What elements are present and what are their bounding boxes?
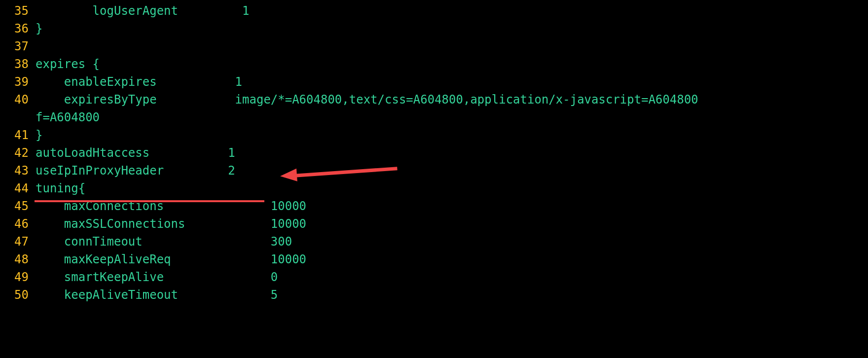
- code-line[interactable]: 47 connTimeout 300: [7, 233, 868, 251]
- code-text: maxConnections 10000: [29, 197, 306, 215]
- line-number: 46: [7, 215, 29, 233]
- code-text: logUserAgent 1: [29, 2, 249, 20]
- code-text: }: [29, 20, 42, 37]
- code-text: f=A604800: [29, 108, 100, 126]
- line-number: 38: [7, 55, 29, 73]
- code-text: expires {: [29, 55, 100, 73]
- code-line[interactable]: 35 logUserAgent 1: [7, 2, 868, 20]
- line-number: 49: [7, 268, 29, 286]
- code-line[interactable]: 45 maxConnections 10000: [7, 197, 868, 215]
- code-text: keepAliveTimeout 5: [29, 286, 278, 304]
- line-number: 42: [7, 144, 29, 162]
- code-line[interactable]: 41}: [7, 126, 868, 144]
- line-number: 35: [7, 2, 29, 20]
- line-number: 50: [7, 286, 29, 304]
- code-line[interactable]: 39 enableExpires 1: [7, 73, 868, 91]
- line-number: 39: [7, 73, 29, 91]
- code-text: maxSSLConnections 10000: [29, 215, 306, 233]
- line-number: 45: [7, 197, 29, 215]
- line-number: 44: [7, 179, 29, 197]
- code-text: connTimeout 300: [29, 233, 292, 251]
- code-text: smartKeepAlive 0: [29, 268, 278, 286]
- code-line[interactable]: 44tuning{: [7, 179, 868, 197]
- code-text: }: [29, 126, 42, 144]
- code-line[interactable]: 43useIpInProxyHeader 2: [7, 162, 868, 179]
- code-line[interactable]: 38expires {: [7, 55, 868, 73]
- code-line[interactable]: 50 keepAliveTimeout 5: [7, 286, 868, 304]
- line-number: 37: [7, 37, 29, 55]
- code-line[interactable]: 37: [7, 37, 868, 55]
- line-number: 48: [7, 251, 29, 268]
- code-text: useIpInProxyHeader 2: [29, 162, 235, 179]
- line-number: 43: [7, 162, 29, 179]
- code-line[interactable]: 42autoLoadHtaccess 1: [7, 144, 868, 162]
- code-line[interactable]: 49 smartKeepAlive 0: [7, 268, 868, 286]
- code-text: tuning{: [29, 179, 85, 197]
- code-line[interactable]: 36}: [7, 20, 868, 37]
- line-number: 40: [7, 91, 29, 108]
- line-number: 36: [7, 20, 29, 37]
- line-number: 41: [7, 126, 29, 144]
- code-text: enableExpires 1: [29, 73, 242, 91]
- code-line[interactable]: 48 maxKeepAliveReq 10000: [7, 251, 868, 268]
- line-number: 47: [7, 233, 29, 251]
- code-line[interactable]: 40 expiresByType image/*=A604800,text/cs…: [7, 91, 868, 108]
- code-text: expiresByType image/*=A604800,text/css=A…: [29, 91, 698, 108]
- code-line-wrap[interactable]: f=A604800: [7, 108, 868, 126]
- code-line[interactable]: 46 maxSSLConnections 10000: [7, 215, 868, 233]
- code-editor[interactable]: 35 logUserAgent 136}3738expires {39 enab…: [0, 0, 868, 304]
- code-text: autoLoadHtaccess 1: [29, 144, 235, 162]
- code-text: maxKeepAliveReq 10000: [29, 251, 306, 268]
